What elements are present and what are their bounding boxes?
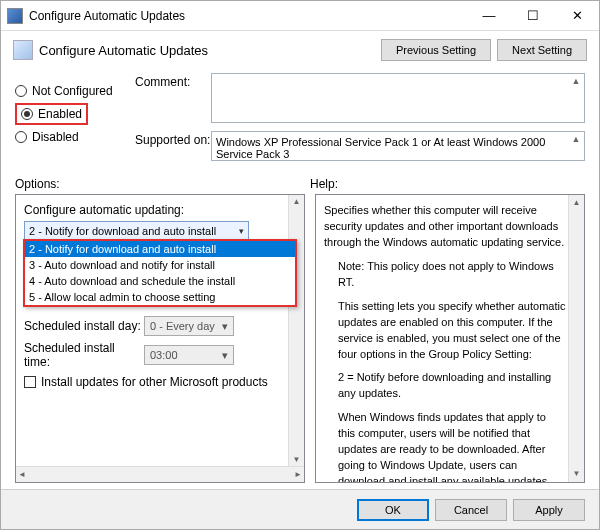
- maximize-button[interactable]: ☐: [511, 1, 555, 30]
- dropdown-item[interactable]: 3 - Auto download and notify for install: [25, 257, 295, 273]
- toolbar: Configure Automatic Updates Previous Set…: [1, 31, 599, 69]
- help-text: Specifies whether this computer will rec…: [324, 203, 566, 251]
- scheduled-day-combo[interactable]: 0 - Every day▾: [144, 316, 234, 336]
- help-vscrollbar[interactable]: ▲▼: [568, 195, 584, 482]
- gpo-editor-window: Configure Automatic Updates — ☐ ✕ Config…: [0, 0, 600, 530]
- chevron-down-icon: ▾: [222, 320, 228, 333]
- help-label: Help:: [310, 177, 338, 191]
- scroll-up-icon[interactable]: ▲: [570, 134, 582, 144]
- help-text: When Windows finds updates that apply to…: [324, 410, 566, 483]
- help-panel: Specifies whether this computer will rec…: [315, 194, 585, 483]
- help-text: Note: This policy does not apply to Wind…: [324, 259, 566, 291]
- apply-button[interactable]: Apply: [513, 499, 585, 521]
- configure-updating-combo[interactable]: 2 - Notify for download and auto install…: [24, 221, 249, 241]
- radio-disabled[interactable]: Disabled: [15, 125, 135, 149]
- titlebar: Configure Automatic Updates — ☐ ✕: [1, 1, 599, 31]
- comment-textarea[interactable]: ▲: [211, 73, 585, 123]
- previous-setting-button[interactable]: Previous Setting: [381, 39, 491, 61]
- install-other-products-checkbox[interactable]: Install updates for other Microsoft prod…: [24, 375, 296, 389]
- cancel-button[interactable]: Cancel: [435, 499, 507, 521]
- options-hscrollbar[interactable]: ◄►: [16, 466, 304, 482]
- supported-on-text: Windows XP Professional Service Pack 1 o…: [211, 131, 585, 161]
- ok-button[interactable]: OK: [357, 499, 429, 521]
- supported-on-label: Supported on:: [135, 131, 211, 161]
- minimize-button[interactable]: —: [467, 1, 511, 30]
- help-text: This setting lets you specify whether au…: [324, 299, 566, 363]
- policy-title: Configure Automatic Updates: [39, 43, 375, 58]
- scheduled-day-label: Scheduled install day:: [24, 319, 144, 333]
- radio-enabled-highlight: Enabled: [15, 103, 88, 125]
- chevron-down-icon: ▾: [239, 226, 244, 236]
- app-icon: [7, 8, 23, 24]
- options-label: Options:: [15, 177, 310, 191]
- state-radio-group: Not Configured Enabled Disabled: [15, 73, 135, 169]
- scroll-up-icon[interactable]: ▲: [570, 76, 582, 86]
- comment-label: Comment:: [135, 73, 211, 123]
- configure-updating-label: Configure automatic updating:: [24, 203, 296, 217]
- checkbox-icon: [24, 376, 36, 388]
- chevron-down-icon: ▾: [222, 349, 228, 362]
- options-panel: Configure automatic updating: 2 - Notify…: [15, 194, 305, 483]
- configure-updating-dropdown: 2 - Notify for download and auto install…: [23, 239, 297, 307]
- scheduled-time-combo[interactable]: 03:00▾: [144, 345, 234, 365]
- dropdown-item[interactable]: 4 - Auto download and schedule the insta…: [25, 273, 295, 289]
- policy-icon: [13, 40, 33, 60]
- window-title: Configure Automatic Updates: [29, 9, 467, 23]
- next-setting-button[interactable]: Next Setting: [497, 39, 587, 61]
- options-vscrollbar[interactable]: ▲▼: [288, 195, 304, 466]
- radio-not-configured[interactable]: Not Configured: [15, 79, 135, 103]
- dialog-footer: OK Cancel Apply: [1, 489, 599, 529]
- dropdown-item[interactable]: 5 - Allow local admin to choose setting: [25, 289, 295, 305]
- close-button[interactable]: ✕: [555, 1, 599, 30]
- help-text: 2 = Notify before downloading and instal…: [324, 370, 566, 402]
- scheduled-time-label: Scheduled install time:: [24, 341, 144, 369]
- radio-enabled[interactable]: Enabled: [21, 107, 82, 121]
- dropdown-item[interactable]: 2 - Notify for download and auto install: [25, 241, 295, 257]
